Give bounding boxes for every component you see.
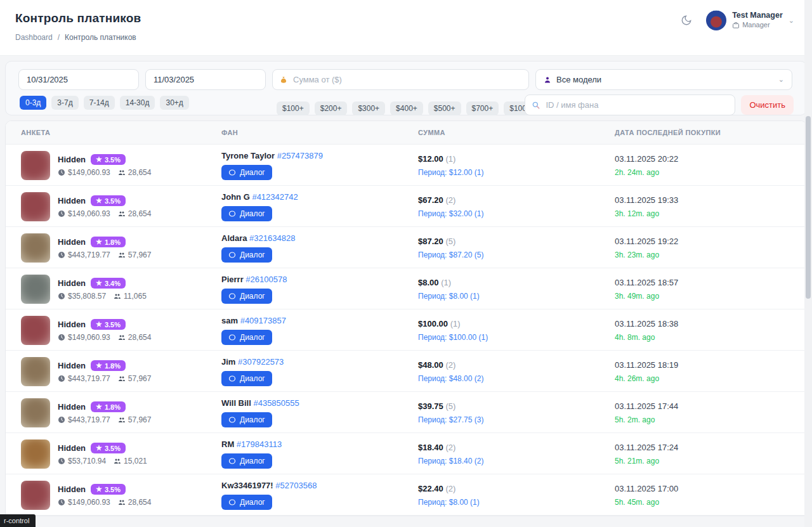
amount-count: (2) — [445, 195, 455, 205]
day-chip[interactable]: 7-14д — [84, 96, 115, 110]
date-from-input[interactable] — [18, 69, 139, 90]
clock-icon — [58, 416, 65, 424]
amount-period: Период: $18.40 (2) — [418, 457, 610, 465]
table-body: Hidden ★3.5% $149,060.93 28,654 Tyron — [6, 145, 806, 516]
chat-bubble-icon — [228, 334, 236, 341]
amount-total: $8.00 — [418, 278, 439, 287]
dialog-button[interactable]: Диалог — [221, 412, 272, 427]
model-percent-badge: ★3.5% — [91, 443, 126, 453]
model-name: Hidden — [58, 155, 86, 164]
fan-id[interactable]: #409173857 — [240, 316, 286, 325]
day-chip[interactable]: 30+д — [160, 96, 188, 110]
clock-icon — [58, 457, 65, 465]
table-header-row: АНКЕТА ФАН СУММА ДАТА ПОСЛЕДНЕЙ ПОКУПКИ — [6, 121, 806, 145]
person-icon — [544, 76, 551, 84]
dialog-button[interactable]: Диалог — [221, 371, 272, 386]
clock-icon — [58, 251, 65, 259]
model-percent-badge: ★1.8% — [91, 401, 126, 412]
model-avatar — [21, 275, 50, 304]
dialog-button[interactable]: Диалог — [221, 206, 272, 221]
fan-id[interactable]: #321634828 — [249, 233, 295, 243]
model-name: Hidden — [58, 361, 86, 370]
vertical-scrollbar[interactable] — [804, 0, 812, 527]
fan-id[interactable]: #307922573 — [238, 357, 284, 367]
amount-chip[interactable]: $300+ — [352, 101, 385, 115]
fan-search-input[interactable] — [525, 94, 735, 115]
fan-id[interactable]: #26100578 — [246, 275, 287, 284]
model-avatar — [21, 316, 50, 345]
model-name: Hidden — [58, 196, 86, 205]
model-avatar — [21, 439, 50, 469]
clear-filters-button[interactable]: Очистить — [741, 95, 794, 115]
day-chip[interactable]: 3-7д — [51, 96, 78, 110]
day-chip[interactable]: 14-30д — [120, 96, 155, 110]
model-fans-count: 28,654 — [128, 498, 152, 507]
amount-count: (1) — [441, 278, 451, 287]
model-percent-badge: ★3.5% — [91, 484, 126, 495]
model-select[interactable]: Все модели ⌄ — [535, 69, 792, 90]
people-icon — [118, 498, 126, 506]
dialog-button[interactable]: Диалог — [221, 495, 272, 510]
fan-id[interactable]: #412342742 — [252, 192, 298, 202]
model-earnings: $443,719.77 — [68, 415, 110, 424]
column-header-fan: ФАН — [216, 129, 413, 136]
breadcrumb-dashboard-link[interactable]: Dashboard — [15, 33, 53, 42]
day-chip[interactable]: 0-3д — [20, 96, 46, 110]
fan-id[interactable]: #52703568 — [275, 481, 317, 490]
amount-total: $48.00 — [418, 360, 443, 370]
chat-bubble-icon — [228, 457, 236, 465]
table-row: Hidden ★1.8% $443,719.77 57,967 Aldar — [6, 227, 806, 268]
amount-total: $39.75 — [418, 401, 443, 411]
purchase-datetime: 03.11.2025 17:44 — [615, 401, 806, 411]
amount-period: Период: $12.00 (1) — [418, 168, 610, 177]
fan-id[interactable]: #435850555 — [253, 398, 299, 408]
chevron-down-icon: ⌄ — [778, 75, 784, 84]
purchase-time-ago: 3h. 23m. ago — [615, 250, 806, 259]
purchase-time-ago: 5h. 21m. ago — [615, 457, 806, 465]
amount-total: $87.20 — [418, 237, 443, 246]
amount-from-input[interactable] — [272, 69, 529, 90]
date-to-input[interactable] — [145, 69, 266, 90]
dialog-button[interactable]: Диалог — [221, 330, 272, 345]
star-icon: ★ — [96, 279, 102, 287]
amount-period: Период: $8.00 (1) — [418, 292, 610, 301]
model-percent-badge: ★3.5% — [91, 154, 126, 165]
chat-bubble-icon — [228, 169, 236, 176]
purchase-time-ago: 5h. 45m. ago — [615, 498, 806, 507]
clock-icon — [58, 334, 65, 341]
model-avatar — [21, 398, 50, 427]
dialog-button[interactable]: Диалог — [221, 453, 272, 469]
people-icon — [118, 210, 126, 218]
amount-total: $100.00 — [418, 319, 448, 329]
amount-chip[interactable]: $700+ — [466, 101, 499, 115]
breadcrumb-separator: / — [58, 33, 60, 42]
amount-period: Период: $48.00 (2) — [418, 374, 610, 383]
table-row: Hidden ★1.8% $443,719.77 57,967 Will — [6, 392, 806, 433]
fan-id[interactable]: #257473879 — [277, 151, 323, 160]
fan-name: Aldara — [221, 233, 247, 243]
dialog-button[interactable]: Диалог — [221, 165, 272, 180]
purchase-time-ago: 3h. 12m. ago — [615, 209, 806, 218]
model-name: Hidden — [58, 320, 86, 329]
purchase-datetime: 03.11.2025 19:22 — [615, 237, 806, 246]
user-menu[interactable]: Test Manager Manager ⌄ — [706, 10, 794, 30]
model-name: Hidden — [58, 278, 86, 288]
scrollbar-thumb[interactable] — [806, 116, 811, 299]
dialog-button[interactable]: Диалог — [221, 247, 272, 263]
model-avatar — [21, 192, 50, 221]
star-icon: ★ — [96, 320, 102, 329]
dialog-button[interactable]: Диалог — [221, 289, 272, 304]
payers-table: АНКЕТА ФАН СУММА ДАТА ПОСЛЕДНЕЙ ПОКУПКИ … — [5, 120, 807, 516]
people-icon — [118, 169, 126, 176]
amount-chip[interactable]: $400+ — [390, 101, 423, 115]
amount-chip[interactable]: $500+ — [428, 101, 461, 115]
column-header-anketa: АНКЕТА — [16, 129, 216, 136]
table-row: Hidden ★3.5% $149,060.93 28,654 sam — [6, 309, 806, 351]
amount-chip[interactable]: $100+ — [277, 101, 310, 115]
dark-mode-toggle-moon-icon[interactable] — [681, 15, 692, 26]
amount-chip[interactable]: $200+ — [315, 101, 348, 115]
people-icon — [114, 292, 121, 300]
amount-count: (2) — [445, 360, 455, 370]
column-header-summa: СУММА — [413, 129, 610, 136]
fan-id[interactable]: #179843113 — [237, 439, 282, 449]
